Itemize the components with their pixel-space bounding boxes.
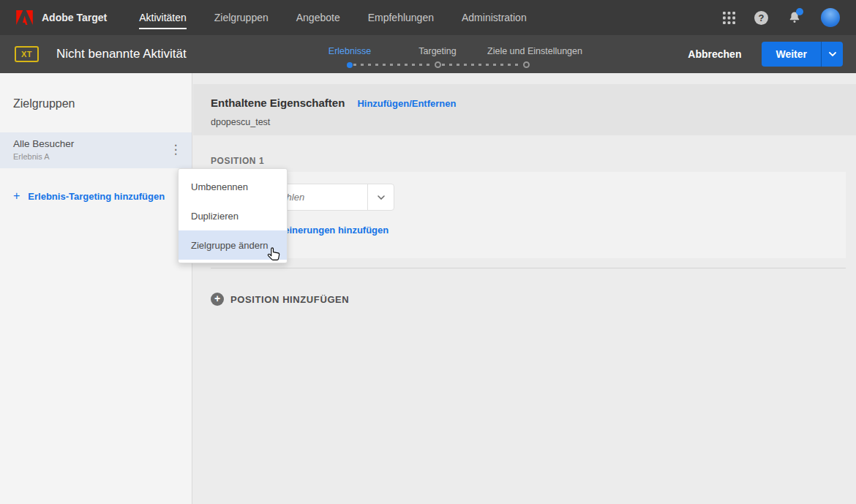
next-split-button: Weiter (762, 42, 843, 67)
nav-item-angebote[interactable]: Angebote (296, 0, 340, 35)
help-icon[interactable]: ? (754, 11, 768, 25)
plus-icon: + (13, 190, 20, 202)
menu-item-duplizieren[interactable]: Duplizieren (179, 201, 287, 230)
step-erlebnisse[interactable]: Erlebnisse (328, 46, 371, 56)
step-indicator-current (347, 62, 353, 68)
apps-grid-icon[interactable] (723, 12, 735, 24)
workflow-steps: Erlebnisse Targeting Ziele und Einstellu… (319, 35, 597, 73)
experience-composer: Enthaltene Eigenschaften Hinzufügen/Entf… (193, 73, 856, 504)
audience-experience-label: Erlebnis A (13, 152, 181, 161)
top-nav: Adobe Target Aktivitäten Zielgruppen Ang… (0, 0, 856, 35)
notifications-bell-icon[interactable] (787, 10, 802, 25)
add-position-button[interactable]: + POSITION HINZUFÜGEN (211, 293, 349, 306)
audiences-sidebar: Zielgruppen Alle Besucher Erlebnis A ⋮ +… (0, 73, 192, 504)
cancel-button[interactable]: Abbrechen (682, 44, 747, 64)
top-nav-utilities: ? (723, 8, 843, 27)
nav-item-administration[interactable]: Administration (462, 0, 527, 35)
menu-item-zielgruppe-aendern[interactable]: Zielgruppe ändern (179, 230, 287, 260)
activity-title: Nicht benannte Aktivität (56, 47, 187, 61)
step-dash-segment (353, 64, 434, 66)
add-experience-targeting-button[interactable]: + Erlebnis-Targeting hinzufügen (13, 190, 165, 202)
next-dropdown-button[interactable] (821, 42, 843, 67)
add-position-label: POSITION HINZUFÜGEN (230, 294, 349, 305)
add-remove-properties-link[interactable]: Hinzufügen/Entfernen (357, 98, 456, 109)
audience-context-menu: Umbenennen Duplizieren Zielgruppe ändern (178, 168, 288, 263)
notification-badge-dot (796, 8, 803, 15)
included-properties-section: Enthaltene Eigenschaften Hinzufügen/Entf… (193, 84, 856, 135)
adobe-target-app: Adobe Target Aktivitäten Zielgruppen Ang… (0, 0, 856, 504)
workflow-progress-track (347, 61, 530, 68)
audience-name: Alle Besucher (13, 138, 181, 149)
chevron-down-icon (367, 184, 394, 210)
step-targeting[interactable]: Targeting (418, 46, 456, 56)
nav-item-empfehlungen[interactable]: Empfehlungen (368, 0, 434, 35)
included-properties-title: Enthaltene Eigenschaften (211, 97, 345, 109)
activity-header-bar: XT Nicht benannte Aktivität Erlebnisse T… (0, 35, 856, 73)
plus-circle-icon: + (211, 293, 224, 306)
nav-item-aktivitaeten[interactable]: Aktivitäten (139, 0, 187, 35)
sidebar-title: Zielgruppen (13, 97, 75, 110)
property-value: dpopescu_test (211, 117, 856, 127)
next-button[interactable]: Weiter (762, 42, 821, 67)
step-ziele-einstellungen[interactable]: Ziele und Einstellungen (487, 46, 582, 56)
step-indicator-upcoming (435, 61, 441, 68)
add-experience-targeting-label: Erlebnis-Targeting hinzufügen (28, 191, 165, 202)
menu-item-label: Umbenennen (191, 181, 248, 192)
adobe-logo-icon[interactable] (16, 10, 33, 25)
user-avatar[interactable] (821, 8, 840, 27)
menu-item-umbenennen[interactable]: Umbenennen (179, 172, 287, 201)
menu-item-label: Zielgruppe ändern (191, 240, 269, 251)
section-divider (211, 268, 846, 268)
activity-type-badge: XT (15, 46, 39, 62)
audience-menu-kebab-icon[interactable]: ⋮ (168, 141, 183, 159)
activity-bar-actions: Abbrechen Weiter (682, 42, 843, 67)
brand-title: Adobe Target (42, 12, 107, 23)
chevron-down-icon (829, 52, 836, 56)
menu-item-label: Duplizieren (191, 211, 239, 222)
primary-nav: Aktivitäten Zielgruppen Angebote Empfehl… (139, 0, 526, 35)
step-dash-segment (442, 64, 522, 66)
step-indicator-upcoming (523, 61, 530, 68)
position-1-label: POSITION 1 (211, 156, 264, 166)
position-1-panel: Angebot auswählen Zielgruppenverfeinerun… (211, 172, 846, 258)
nav-item-zielgruppen[interactable]: Zielgruppen (214, 0, 269, 35)
audience-list-item[interactable]: Alle Besucher Erlebnis A ⋮ (0, 132, 192, 168)
